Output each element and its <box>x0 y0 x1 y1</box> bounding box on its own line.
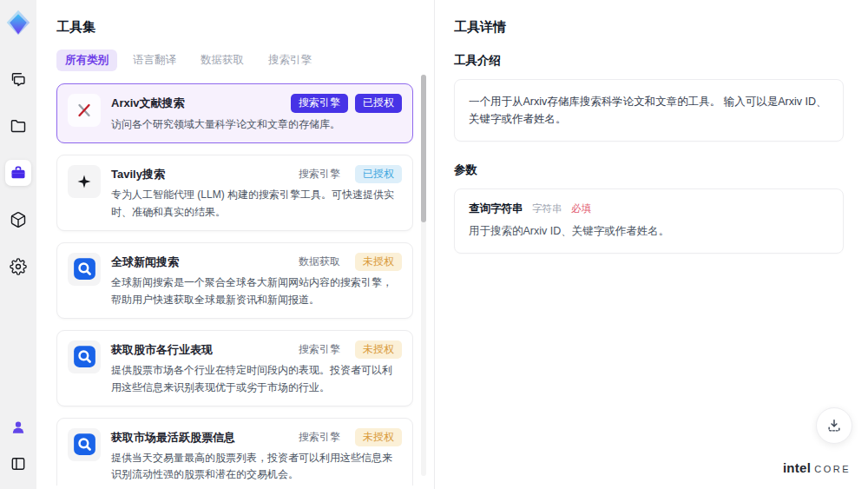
tool-name: 获取市场最活跃股票信息 <box>111 428 284 446</box>
tool-detail-panel: 工具详情 工具介绍 一个用于从Arxiv存储库搜索科学论文和文章的工具。 输入可… <box>434 0 868 489</box>
app-window: 工具集 所有类别语言翻译数据获取搜索引擎 Arxiv文献搜索 搜索引擎 已授权 … <box>0 0 868 489</box>
sidebar-item-collapse[interactable] <box>5 451 31 477</box>
parameter-card: 查询字符串 字符串 必填 用于搜索的Arxiv ID、关键字或作者姓名。 <box>454 188 844 254</box>
category-tab-2[interactable]: 数据获取 <box>192 50 253 71</box>
search-app-icon <box>68 428 101 461</box>
app-logo-icon <box>4 9 32 36</box>
tool-card-list: Arxiv文献搜索 搜索引擎 已授权 访问各个研究领域大量科学论文和文章的存储库… <box>56 83 413 486</box>
tool-card[interactable]: Arxiv文献搜索 搜索引擎 已授权 访问各个研究领域大量科学论文和文章的存储库… <box>56 83 413 143</box>
tool-description: 专为人工智能代理 (LLM) 构建的搜索引擎工具。可快速提供实时、准确和真实的结… <box>111 187 402 220</box>
category-tab-1[interactable]: 语言翻译 <box>124 50 185 71</box>
tool-auth-badge: 未授权 <box>355 253 402 272</box>
brand-core: core <box>814 464 851 474</box>
param-list: 查询字符串 字符串 必填 用于搜索的Arxiv ID、关键字或作者姓名。 <box>454 188 844 254</box>
tool-name: Arxiv文献搜索 <box>111 94 284 111</box>
detail-title: 工具详情 <box>454 19 844 36</box>
folder-icon <box>10 117 27 135</box>
category-tab-3[interactable]: 搜索引擎 <box>260 50 320 71</box>
page-title: 工具集 <box>56 19 413 36</box>
tool-intro-text: 一个用于从Arxiv存储库搜索科学论文和文章的工具。 输入可以是Arxiv ID… <box>454 79 844 142</box>
arxiv-logo-icon <box>68 94 101 127</box>
chat-icon <box>10 70 27 88</box>
intel-core-logo: intel core <box>783 460 851 475</box>
sidebar-item-settings[interactable] <box>5 254 31 280</box>
tool-name: Tavily搜索 <box>111 165 284 182</box>
sidebar-item-account[interactable] <box>5 414 31 440</box>
search-app-icon <box>68 340 101 373</box>
panel-toggle-icon <box>10 455 27 472</box>
category-tab-0[interactable]: 所有类别 <box>56 50 117 71</box>
tool-card[interactable]: 获取市场最活跃股票信息 搜索引擎 未授权 提供当天交易量最高的股票列表，投资者可… <box>56 418 413 486</box>
param-required-badge: 必填 <box>571 203 591 214</box>
scrollbar-thumb[interactable] <box>421 75 426 222</box>
cube-icon <box>10 211 27 228</box>
tool-name: 获取股市各行业表现 <box>111 340 284 358</box>
param-type: 字符串 <box>532 203 562 214</box>
brand-intel: intel <box>783 460 811 475</box>
tool-list-panel: 工具集 所有类别语言翻译数据获取搜索引擎 Arxiv文献搜索 搜索引擎 已授权 … <box>36 0 434 489</box>
sidebar-item-files[interactable] <box>5 113 31 139</box>
tool-auth-badge: 已授权 <box>355 94 402 113</box>
sparkle-icon <box>68 165 101 198</box>
intro-heading: 工具介绍 <box>454 53 844 69</box>
category-tabs: 所有类别语言翻译数据获取搜索引擎 <box>56 50 413 71</box>
tool-category-badge: 搜索引擎 <box>291 165 348 184</box>
sidebar-item-chat[interactable] <box>5 66 31 92</box>
sidebar-item-tools[interactable] <box>5 160 31 186</box>
tool-auth-badge: 已授权 <box>355 165 402 184</box>
tool-category-badge: 搜索引擎 <box>291 340 348 360</box>
tool-category-badge: 搜索引擎 <box>291 428 348 447</box>
params-heading: 参数 <box>454 162 844 178</box>
gear-icon <box>10 258 27 275</box>
param-name: 查询字符串 <box>469 202 523 215</box>
tool-name: 全球新闻搜索 <box>111 253 284 270</box>
user-icon <box>10 419 27 436</box>
download-button[interactable] <box>816 407 852 444</box>
param-description: 用于搜索的Arxiv ID、关键字或作者姓名。 <box>469 224 829 239</box>
tool-auth-badge: 未授权 <box>355 340 402 360</box>
tool-card[interactable]: Tavily搜索 搜索引擎 已授权 专为人工智能代理 (LLM) 构建的搜索引擎… <box>56 155 413 231</box>
tool-auth-badge: 未授权 <box>355 428 402 447</box>
tool-description: 全球新闻搜索是一个聚合全球各大新闻网站内容的搜索引擎，帮助用户快速获取全球最新资… <box>111 274 402 307</box>
tool-description: 提供股票市场各个行业在特定时间段内的表现。投资者可以利用这些信息来识别表现优于或… <box>111 362 402 395</box>
download-icon <box>825 417 843 434</box>
icon-rail <box>0 0 36 489</box>
tool-card[interactable]: 获取股市各行业表现 搜索引擎 未授权 提供股票市场各个行业在特定时间段内的表现。… <box>56 330 413 406</box>
sidebar-item-models[interactable] <box>5 207 31 233</box>
tool-card[interactable]: 全球新闻搜索 数据获取 未授权 全球新闻搜索是一个聚合全球各大新闻网站内容的搜索… <box>56 242 413 319</box>
scrollbar-track <box>421 75 426 476</box>
tool-description: 访问各个研究领域大量科学论文和文章的存储库。 <box>111 116 402 133</box>
tool-category-badge: 搜索引擎 <box>291 94 348 113</box>
briefcase-icon <box>10 164 27 182</box>
tool-category-badge: 数据获取 <box>291 253 348 272</box>
search-app-icon <box>68 253 101 286</box>
tool-description: 提供当天交易量最高的股票列表，投资者可以利用这些信息来识别流动性强的股票和潜在的… <box>111 450 402 483</box>
